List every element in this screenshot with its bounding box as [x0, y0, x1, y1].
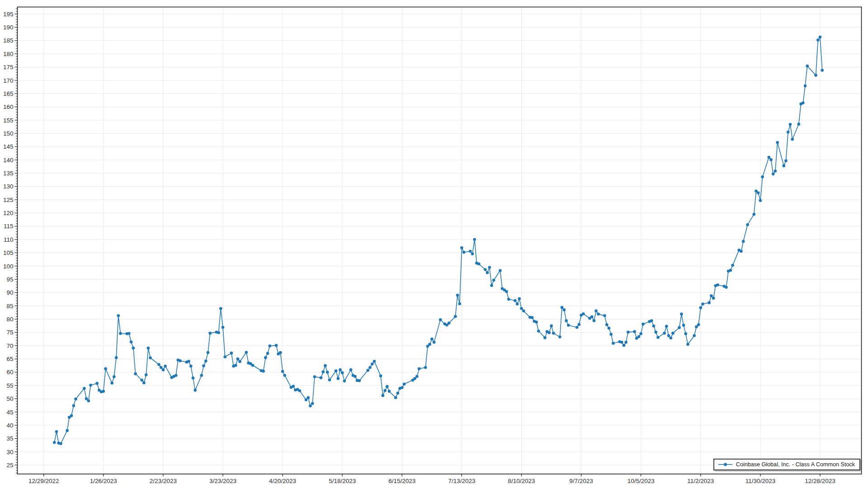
data-point[interactable] — [484, 268, 487, 271]
data-point[interactable] — [72, 404, 75, 407]
data-point[interactable] — [341, 371, 344, 375]
data-point[interactable] — [454, 315, 457, 318]
data-point[interactable] — [716, 283, 719, 286]
data-point[interactable] — [217, 331, 220, 334]
data-point[interactable] — [710, 294, 713, 297]
data-point[interactable] — [264, 356, 267, 359]
data-point[interactable] — [383, 389, 387, 392]
data-point[interactable] — [245, 351, 248, 354]
data-point[interactable] — [298, 389, 302, 393]
data-point[interactable] — [458, 302, 461, 305]
data-point[interactable] — [413, 377, 416, 380]
data-point[interactable] — [313, 375, 316, 378]
data-point[interactable] — [428, 343, 431, 346]
data-point[interactable] — [684, 332, 688, 335]
data-point[interactable] — [623, 344, 626, 347]
data-point[interactable] — [115, 356, 118, 359]
data-point[interactable] — [665, 325, 668, 328]
data-point[interactable] — [768, 156, 771, 159]
data-point[interactable] — [275, 344, 278, 347]
data-point[interactable] — [802, 101, 805, 104]
data-point[interactable] — [95, 382, 99, 385]
data-point[interactable] — [776, 141, 779, 144]
data-point[interactable] — [283, 374, 287, 377]
data-point[interactable] — [816, 38, 820, 42]
data-point[interactable] — [612, 342, 615, 345]
data-point[interactable] — [787, 131, 790, 134]
data-point[interactable] — [269, 344, 272, 347]
data-point[interactable] — [814, 74, 817, 77]
data-point[interactable] — [594, 310, 598, 313]
data-point[interactable] — [337, 377, 340, 380]
data-point[interactable] — [531, 316, 534, 319]
data-point[interactable] — [486, 271, 489, 274]
data-point[interactable] — [518, 297, 521, 300]
data-point[interactable] — [388, 390, 391, 393]
data-point[interactable] — [514, 299, 517, 302]
data-point[interactable] — [650, 319, 653, 323]
data-point[interactable] — [309, 404, 312, 408]
data-point[interactable] — [488, 266, 491, 269]
data-point[interactable] — [110, 382, 113, 385]
data-point[interactable] — [731, 264, 734, 267]
data-point[interactable] — [339, 368, 342, 371]
data-point[interactable] — [179, 359, 182, 362]
data-point[interactable] — [697, 323, 700, 326]
data-point[interactable] — [149, 357, 152, 360]
data-point[interactable] — [386, 385, 389, 388]
data-point[interactable] — [561, 306, 564, 309]
data-point[interactable] — [670, 337, 673, 340]
data-point[interactable] — [563, 308, 566, 311]
data-point[interactable] — [349, 368, 353, 371]
data-point[interactable] — [783, 164, 786, 168]
data-point[interactable] — [157, 363, 160, 366]
data-point[interactable] — [430, 338, 434, 341]
data-point[interactable] — [433, 341, 436, 344]
data-point[interactable] — [236, 357, 240, 361]
data-point[interactable] — [603, 314, 606, 317]
data-point[interactable] — [89, 384, 92, 387]
data-point[interactable] — [104, 367, 107, 371]
data-point[interactable] — [189, 365, 193, 368]
data-point[interactable] — [87, 399, 90, 403]
data-point[interactable] — [142, 381, 146, 385]
data-point[interactable] — [223, 355, 226, 358]
data-point[interactable] — [499, 269, 502, 272]
data-point[interactable] — [753, 213, 756, 216]
data-point[interactable] — [262, 370, 265, 373]
data-point[interactable] — [757, 192, 760, 195]
data-point[interactable] — [725, 286, 728, 289]
data-point[interactable] — [66, 429, 69, 432]
data-point[interactable] — [590, 315, 594, 319]
data-point[interactable] — [462, 251, 466, 254]
data-point[interactable] — [74, 398, 77, 401]
data-point[interactable] — [354, 375, 357, 378]
data-point[interactable] — [307, 396, 310, 399]
data-point[interactable] — [729, 269, 732, 272]
data-point[interactable] — [234, 364, 237, 367]
data-point[interactable] — [806, 65, 809, 68]
data-point[interactable] — [740, 250, 743, 253]
data-point[interactable] — [83, 387, 86, 390]
data-point[interactable] — [439, 318, 442, 321]
data-point[interactable] — [701, 303, 704, 306]
data-point[interactable] — [55, 430, 58, 433]
data-point[interactable] — [396, 392, 400, 395]
data-point[interactable] — [192, 376, 195, 380]
data-point[interactable] — [699, 306, 703, 310]
data-point[interactable] — [53, 441, 56, 444]
data-point[interactable] — [147, 347, 150, 350]
data-point[interactable] — [204, 360, 208, 363]
data-point[interactable] — [633, 330, 636, 333]
data-point[interactable] — [667, 334, 670, 337]
data-point[interactable] — [305, 399, 308, 402]
data-point[interactable] — [418, 367, 421, 371]
data-point[interactable] — [548, 331, 551, 334]
data-point[interactable] — [202, 364, 205, 367]
data-point[interactable] — [473, 238, 476, 241]
data-point[interactable] — [609, 333, 613, 336]
data-point[interactable] — [238, 360, 241, 363]
data-point[interactable] — [550, 324, 553, 328]
data-point[interactable] — [382, 394, 385, 397]
data-point[interactable] — [471, 253, 474, 256]
